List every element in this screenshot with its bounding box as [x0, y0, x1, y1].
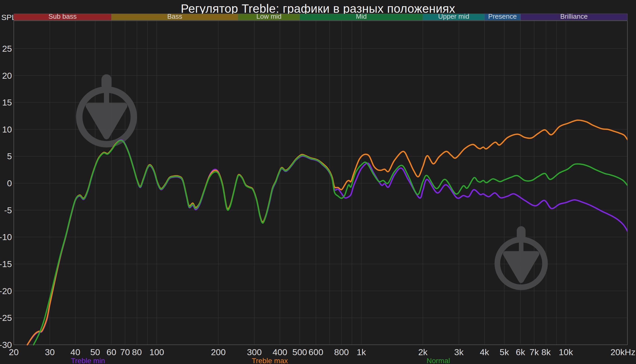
x-axis-tick-label: 1k [357, 347, 366, 357]
chart-stage: Регулятор Treble: графики в разных полож… [0, 0, 636, 364]
x-axis-tick-label: 60 [107, 347, 116, 357]
watermark-logo-top-left [79, 74, 134, 144]
legend-normal-label: Normal [427, 357, 450, 364]
plot-border [14, 21, 627, 345]
y-axis-tick-label: 25 [2, 44, 12, 54]
band-label: Brilliance [560, 12, 588, 20]
x-axis-tick-label: 800 [334, 347, 349, 357]
y-axis-tick-label: 10 [2, 124, 12, 134]
x-axis-tick-label: 3k [454, 347, 464, 357]
x-axis-tick-label: 100 [149, 347, 164, 357]
band-label: Mid [356, 12, 367, 20]
watermark-logo-bottom-right [497, 226, 545, 287]
band-label: Upper mid [438, 12, 469, 20]
x-axis-tick-label: 4k [480, 347, 489, 357]
band-label: Presence [488, 12, 517, 20]
legend-treble-min-label: Treble min [71, 357, 105, 364]
y-axis-tick-label: 5 [7, 151, 12, 161]
y-axis-tick-label: -25 [0, 313, 12, 323]
x-axis-tick-label: 200 [211, 347, 226, 357]
frequency-response-chart: Sub bassBassLow midMidUpper midPresenceB… [0, 0, 636, 364]
x-axis-labels: 203040506070801002003004005006008001k2k3… [9, 347, 635, 357]
x-axis-tick-label: 50 [90, 347, 100, 357]
x-axis-tick-label: 30 [45, 347, 55, 357]
frequency-band-bar: Sub bassBassLow midMidUpper midPresenceB… [14, 12, 627, 21]
plot-grid [14, 21, 627, 345]
x-axis-tick-label: 8k [541, 347, 551, 357]
band-label: Low mid [256, 12, 282, 20]
x-axis-tick-label: 2k [418, 347, 428, 357]
x-axis-tick-label: 40 [70, 347, 80, 357]
y-axis-tick-label: -20 [0, 286, 12, 296]
x-axis-tick-label: 5k [500, 347, 509, 357]
curve-treble-min [27, 140, 627, 345]
band-label: Sub bass [49, 12, 77, 20]
legend-treble-max-label: Treble max [252, 357, 288, 364]
x-axis-tick-label: 300 [247, 347, 262, 357]
y-axis-tick-label: 20 [2, 71, 12, 81]
curve-normal [34, 141, 627, 345]
y-axis-tick-label: -15 [0, 259, 12, 269]
band-label: Bass [167, 12, 182, 20]
x-axis-tick-label: 20 [9, 347, 19, 357]
x-axis-tick-label: 70 [120, 347, 130, 357]
x-axis-tick-label: 400 [273, 347, 287, 357]
y-axis-labels: 2520151050-5-10-15-20-25-30 [0, 44, 12, 350]
y-axis-tick-label: 0 [7, 178, 12, 188]
x-axis-tick-label: 600 [309, 347, 323, 357]
x-axis-tick-label: 500 [292, 347, 307, 357]
x-axis-tick-label: 20kHz [611, 347, 635, 357]
x-axis-tick-label: 10k [559, 347, 573, 357]
y-axis-tick-label: -5 [4, 205, 12, 215]
curve-treble-max [27, 120, 627, 345]
curves [27, 120, 627, 345]
x-axis-tick-label: 6k [516, 347, 525, 357]
x-axis-tick-label: 80 [132, 347, 142, 357]
x-axis-tick-label: 7k [529, 347, 539, 357]
y-axis-tick-label: 15 [2, 97, 12, 107]
y-axis-tick-label: -10 [0, 232, 12, 242]
